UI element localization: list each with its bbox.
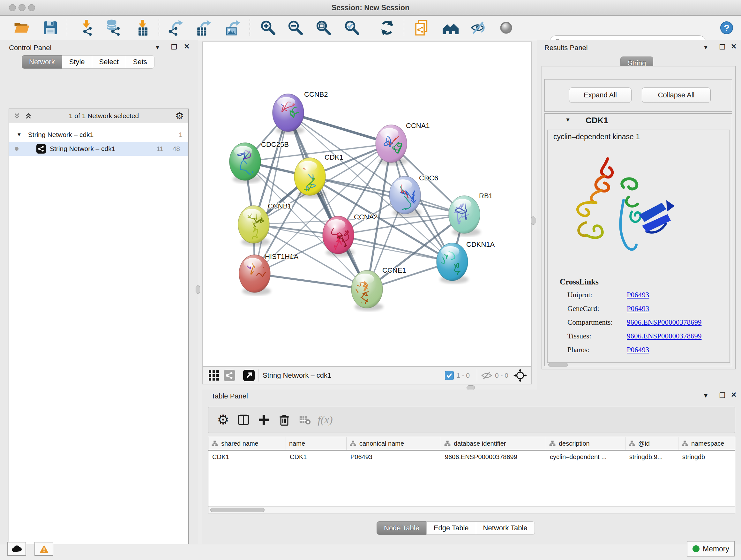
tab-network-table[interactable]: Network Table — [476, 521, 535, 535]
crosslink-value-link[interactable]: P06493 — [627, 346, 649, 354]
network-list-gear-icon[interactable]: ⚙ — [175, 111, 184, 121]
export-image-button[interactable] — [222, 18, 241, 37]
crosslink-label: Compartments: — [567, 318, 627, 327]
crosslink-value-link[interactable]: P06493 — [627, 305, 649, 313]
collapse-all-button[interactable]: Collapse All — [642, 87, 711, 103]
export-network-button[interactable] — [166, 18, 185, 37]
add-column-icon[interactable] — [254, 410, 274, 429]
left-splitter-handle[interactable] — [196, 286, 200, 294]
column-header-shared-name[interactable]: shared name — [208, 437, 286, 450]
table-panel-float-icon[interactable]: ❐ — [719, 392, 726, 399]
grid-view-icon[interactable] — [208, 370, 219, 381]
delete-table-icon[interactable] — [294, 410, 315, 429]
delete-column-icon[interactable] — [274, 410, 294, 429]
tree-expander-icon[interactable]: ▼ — [17, 132, 22, 138]
tab-node-table[interactable]: Node Table — [377, 521, 427, 535]
zoom-in-button[interactable] — [259, 18, 277, 37]
network-collection-row[interactable]: ▼ String Network – cdk1 1 — [9, 128, 188, 142]
control-panel-float-icon[interactable]: ❐ — [171, 44, 178, 51]
netbar-separator — [477, 369, 477, 381]
node-CCNB1[interactable] — [238, 206, 270, 246]
column-header-database-identifier[interactable]: database identifier — [441, 437, 546, 450]
gene-name: CDK1 — [586, 116, 608, 125]
table-hscroll-track[interactable] — [208, 506, 735, 513]
clone-network-button[interactable] — [413, 18, 431, 37]
column-header-canonical-name[interactable]: canonical name — [347, 437, 441, 450]
hide-selected-button[interactable] — [469, 18, 488, 37]
horizontal-splitter-handle[interactable] — [467, 385, 475, 390]
column-header--id[interactable]: @id — [625, 437, 678, 450]
table-type-tabs: Node TableEdge TableNetwork Table — [377, 521, 535, 535]
homes-button[interactable] — [441, 18, 460, 37]
export-table-button[interactable] — [194, 18, 212, 37]
table-gear-icon[interactable]: ⚙ — [213, 410, 233, 429]
column-header-namespace[interactable]: namespace — [678, 437, 735, 450]
import-network-button[interactable] — [77, 18, 96, 37]
tab-sets[interactable]: Sets — [126, 55, 154, 69]
tab-network[interactable]: Network — [22, 55, 62, 69]
save-session-button[interactable] — [41, 18, 60, 37]
birdseye-crosshair-icon[interactable] — [514, 369, 527, 382]
expand-all-button[interactable]: Expand All — [569, 87, 631, 103]
control-panel-collapse-icon[interactable]: ▾ — [156, 44, 159, 51]
table-row[interactable]: CDK1CDK1P064939606.ENSP00000378699cyclin… — [208, 450, 735, 463]
detach-view-icon[interactable] — [243, 370, 255, 381]
node-CCNE1[interactable] — [351, 270, 383, 311]
tab-style[interactable]: Style — [62, 55, 92, 69]
gene-expander-icon[interactable]: ▼ — [565, 117, 570, 123]
help-button[interactable]: ? — [718, 18, 736, 37]
results-panel-float-icon[interactable]: ❐ — [719, 44, 726, 51]
function-builder-button[interactable]: f(x) — [315, 410, 335, 429]
column-header-name[interactable]: name — [286, 437, 347, 450]
tab-edge-table[interactable]: Edge Table — [426, 521, 476, 535]
crosslink-value-link[interactable]: 9606.ENSP00000378699 — [627, 332, 702, 340]
network-view-share-icon[interactable] — [224, 370, 235, 381]
import-network-from-database-button[interactable] — [104, 18, 123, 37]
node-RB1[interactable] — [449, 196, 481, 236]
network-view-toolbar: String Network – cdk1 1 - 0 0 - 0 — [202, 367, 532, 384]
results-panel-collapse-icon[interactable]: ▾ — [704, 44, 708, 51]
node-CDK1[interactable] — [294, 152, 326, 201]
zoom-fit-icon — [315, 19, 332, 36]
column-tree-icon — [444, 440, 451, 447]
node-CDC25B[interactable] — [228, 140, 266, 183]
results-hscroll-thumb[interactable] — [548, 363, 568, 367]
column-label: shared name — [221, 440, 259, 447]
selected-checkbox-icon[interactable] — [445, 371, 454, 380]
table-hscroll-thumb[interactable] — [210, 508, 265, 512]
crosslink-value-link[interactable]: 9606.ENSP00000378699 — [627, 318, 702, 327]
zoom-selected-button[interactable] — [343, 18, 361, 37]
cloud-button[interactable] — [7, 542, 26, 556]
network-canvas[interactable]: CCNB2CCNA1CDC25BCDK1CDC6RB1CCNB1CCNA2CDK… — [202, 42, 532, 367]
control-panel-close-icon[interactable]: ✕ — [184, 43, 190, 50]
edge-CCNB2-HIST1H1A[interactable] — [255, 113, 288, 273]
select-columns-icon[interactable] — [233, 410, 254, 429]
edge-CCNB2-CCNA1[interactable] — [288, 113, 391, 144]
import-table-button[interactable] — [133, 18, 152, 37]
open-session-button[interactable] — [12, 18, 31, 37]
crosslink-value-link[interactable]: P06493 — [627, 291, 649, 299]
zoom-fit-button[interactable] — [314, 18, 333, 37]
warnings-button[interactable] — [35, 542, 53, 556]
show-all-button[interactable] — [497, 18, 515, 37]
collapse-all-chevrons-icon[interactable] — [24, 112, 32, 120]
right-splitter-handle[interactable] — [531, 216, 536, 225]
table-panel-collapse-icon[interactable]: ▾ — [704, 392, 708, 399]
node-table[interactable]: shared namenamecanonical namedatabase id… — [208, 437, 735, 513]
edge-HIST1H1A-CCNE1[interactable] — [255, 273, 367, 289]
node-CCNA1[interactable] — [376, 125, 408, 165]
node-CCNA2[interactable] — [323, 216, 354, 257]
memory-button[interactable]: Memory — [687, 541, 735, 557]
tab-select[interactable]: Select — [92, 55, 126, 69]
column-header-description[interactable]: description — [546, 437, 625, 450]
crosslink-row: Tissues:9606.ENSP00000378699 — [567, 332, 724, 340]
zoom-out-button[interactable] — [286, 18, 305, 37]
table-panel-close-icon[interactable]: ✕ — [731, 391, 737, 398]
results-panel-close-icon[interactable]: ✕ — [731, 43, 737, 50]
network-row[interactable]: String Network – cdk1 11 48 — [9, 142, 188, 156]
apply-layout-button[interactable] — [378, 18, 396, 37]
node-label-CDC25B: CDC25B — [261, 140, 289, 148]
network-graph[interactable]: CCNB2CCNA1CDC25BCDK1CDC6RB1CCNB1CCNA2CDK… — [203, 42, 531, 366]
expand-all-chevrons-icon[interactable] — [13, 112, 21, 120]
node-CDC6[interactable] — [389, 171, 421, 217]
